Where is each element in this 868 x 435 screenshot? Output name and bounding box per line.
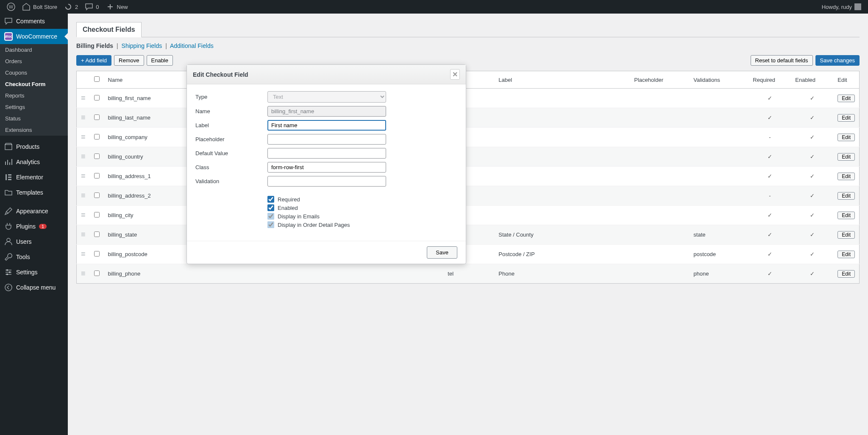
field-placeholder [630,167,689,186]
close-icon[interactable]: ✕ [450,69,460,80]
field-enabled: ✓ [791,89,833,108]
plugin-icon [4,222,13,231]
sidebar-item-analytics[interactable]: Analytics [0,154,68,170]
updates-link[interactable]: 2 [61,0,81,14]
row-checkbox[interactable] [94,270,100,276]
enable-button[interactable]: Enable [147,55,173,66]
subtab-billing[interactable]: Billing Fields [76,42,113,49]
drag-handle-icon[interactable]: ≡ [81,250,86,258]
placeholder-input[interactable] [267,134,386,145]
edit-button[interactable]: Edit [837,212,855,219]
sidebar-item-templates[interactable]: Templates [0,185,68,200]
drag-handle-icon[interactable]: ≡ [81,133,86,141]
chart-icon [4,158,13,166]
row-checkbox[interactable] [94,134,100,139]
elementor-icon [4,173,13,181]
howdy-link[interactable]: Howdy, rudy [818,0,865,14]
comments-link[interactable]: 0 [81,0,102,14]
edit-button[interactable]: Edit [837,192,855,200]
drag-handle-icon[interactable]: ≡ [81,269,86,278]
edit-button[interactable]: Edit [837,231,855,239]
edit-button[interactable]: Edit [837,251,855,258]
sidebar-item-users[interactable]: Users [0,234,68,249]
sidebar-item-woocommerce[interactable]: WooWooCommerce [0,29,68,44]
field-label: State / County [494,225,630,245]
subtab-shipping[interactable]: Shipping Fields [122,42,162,49]
sidebar-item-appearance[interactable]: Appearance [0,204,68,219]
wp-logo[interactable]: W [3,0,19,14]
add-field-button[interactable]: + Add field [76,55,111,66]
sidebar-subitem-extensions[interactable]: Extensions [0,124,68,136]
sidebar-item-products[interactable]: Products [0,139,68,154]
sidebar-subitem-settings[interactable]: Settings [0,101,68,113]
drag-handle-icon[interactable]: ≡ [81,211,86,219]
edit-button[interactable]: Edit [837,134,855,141]
sidebar-subitem-orders[interactable]: Orders [0,56,68,67]
tab-checkout-fields[interactable]: Checkout Fields [76,22,142,37]
sidebar-subitem-status[interactable]: Status [0,113,68,124]
edit-button[interactable]: Edit [837,114,855,122]
new-link[interactable]: New [103,0,131,14]
default-input[interactable] [267,148,386,159]
row-checkbox[interactable] [94,192,100,198]
field-validations [689,128,748,147]
row-checkbox[interactable] [94,173,100,178]
sidebar-item-comments[interactable]: Comments [0,14,68,29]
sidebar-subitem-checkout-form[interactable]: Checkout Form [0,78,68,90]
remove-button[interactable]: Remove [114,55,144,66]
field-enabled: ✓ [791,206,833,225]
sidebar-item-collapse-menu[interactable]: Collapse menu [0,280,68,295]
orders-checkbox[interactable] [267,221,274,228]
drag-handle-icon[interactable]: ≡ [81,172,86,180]
sidebar-item-plugins[interactable]: Plugins1 [0,219,68,234]
svg-point-10 [6,273,8,275]
edit-button[interactable]: Edit [837,270,855,278]
label-input[interactable] [267,120,386,131]
reset-button[interactable]: Reset to default fields [751,55,813,66]
drag-handle-icon[interactable]: ≡ [81,94,86,102]
row-checkbox[interactable] [94,114,100,120]
sidebar-item-tools[interactable]: Tools [0,249,68,265]
validation-input[interactable] [267,176,386,187]
emails-checkbox[interactable] [267,213,274,220]
sidebar-subitem-reports[interactable]: Reports [0,90,68,101]
svg-rect-6 [8,179,11,180]
field-enabled: ✓ [791,108,833,128]
site-link[interactable]: Bolt Store [19,0,61,14]
name-input[interactable] [267,106,386,117]
row-checkbox[interactable] [94,95,100,100]
drag-handle-icon[interactable]: ≡ [81,191,86,200]
field-label [494,108,630,128]
row-checkbox[interactable] [94,153,100,159]
field-placeholder [630,89,689,108]
placeholder-label: Placeholder [195,136,267,142]
row-checkbox[interactable] [94,251,100,257]
row-checkbox[interactable] [94,212,100,218]
field-placeholder [630,128,689,147]
admin-sidebar: CommentsWooWooCommerceDashboardOrdersCou… [0,14,68,435]
drag-handle-icon[interactable]: ≡ [81,230,86,239]
default-label: Default Value [195,150,267,156]
select-all-checkbox[interactable] [94,76,100,82]
edit-button[interactable]: Edit [837,153,855,161]
sidebar-item-settings[interactable]: Settings [0,265,68,280]
edit-button[interactable]: Edit [837,173,855,180]
drag-handle-icon[interactable]: ≡ [81,152,86,161]
edit-button[interactable]: Edit [837,95,855,102]
collapse-icon [4,283,13,292]
type-select[interactable]: Text [267,91,386,103]
field-label [494,186,630,206]
class-input[interactable] [267,162,386,173]
drag-handle-icon[interactable]: ≡ [81,113,86,122]
enabled-checkbox[interactable] [267,204,274,211]
row-checkbox[interactable] [94,231,100,237]
save-changes-button[interactable]: Save changes [815,55,860,66]
sidebar-subitem-coupons[interactable]: Coupons [0,67,68,78]
sidebar-subitem-dashboard[interactable]: Dashboard [0,44,68,56]
required-checkbox[interactable] [267,196,274,203]
save-button[interactable]: Save [427,246,457,259]
sidebar-item-elementor[interactable]: Elementor [0,170,68,185]
field-placeholder [630,108,689,128]
subtab-additional[interactable]: Additional Fields [170,42,214,49]
field-placeholder [630,147,689,167]
